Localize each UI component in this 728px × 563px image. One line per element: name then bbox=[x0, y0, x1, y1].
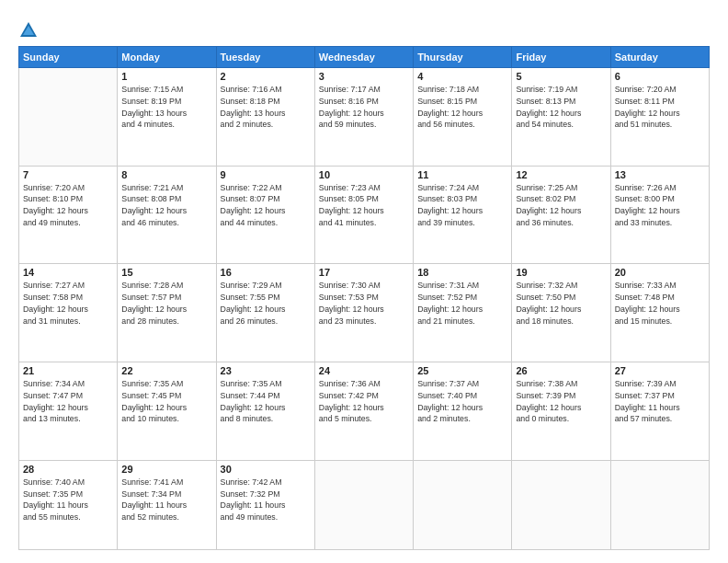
calendar-cell: 4Sunrise: 7:18 AM Sunset: 8:15 PM Daylig… bbox=[414, 68, 512, 167]
day-info: Sunrise: 7:15 AM Sunset: 8:19 PM Dayligh… bbox=[121, 84, 211, 131]
day-info: Sunrise: 7:20 AM Sunset: 8:11 PM Dayligh… bbox=[615, 84, 705, 131]
calendar-cell: 6Sunrise: 7:20 AM Sunset: 8:11 PM Daylig… bbox=[610, 68, 709, 167]
calendar-cell: 28Sunrise: 7:40 AM Sunset: 7:35 PM Dayli… bbox=[19, 460, 118, 549]
week-row-1: 1Sunrise: 7:15 AM Sunset: 8:19 PM Daylig… bbox=[19, 68, 710, 167]
logo bbox=[18, 20, 42, 40]
day-number: 18 bbox=[417, 267, 507, 278]
day-info: Sunrise: 7:34 AM Sunset: 7:47 PM Dayligh… bbox=[23, 378, 113, 425]
day-number: 23 bbox=[221, 365, 311, 376]
calendar-cell: 16Sunrise: 7:29 AM Sunset: 7:55 PM Dayli… bbox=[216, 264, 314, 362]
day-info: Sunrise: 7:42 AM Sunset: 7:32 PM Dayligh… bbox=[221, 477, 311, 523]
day-number: 11 bbox=[417, 169, 507, 180]
day-info: Sunrise: 7:37 AM Sunset: 7:40 PM Dayligh… bbox=[417, 378, 507, 425]
day-info: Sunrise: 7:36 AM Sunset: 7:42 PM Dayligh… bbox=[319, 378, 409, 425]
day-info: Sunrise: 7:27 AM Sunset: 7:58 PM Dayligh… bbox=[23, 280, 113, 327]
day-number: 25 bbox=[417, 365, 507, 376]
day-info: Sunrise: 7:41 AM Sunset: 7:34 PM Dayligh… bbox=[121, 477, 211, 523]
day-info: Sunrise: 7:38 AM Sunset: 7:39 PM Dayligh… bbox=[516, 378, 606, 425]
day-info: Sunrise: 7:25 AM Sunset: 8:02 PM Dayligh… bbox=[516, 182, 606, 229]
header bbox=[18, 17, 710, 40]
calendar-cell: 18Sunrise: 7:31 AM Sunset: 7:52 PM Dayli… bbox=[414, 264, 512, 362]
day-number: 4 bbox=[417, 71, 507, 82]
day-info: Sunrise: 7:17 AM Sunset: 8:16 PM Dayligh… bbox=[319, 84, 409, 131]
weekday-header-sunday: Sunday bbox=[19, 47, 118, 68]
week-row-5: 28Sunrise: 7:40 AM Sunset: 7:35 PM Dayli… bbox=[19, 460, 710, 549]
calendar-cell: 8Sunrise: 7:21 AM Sunset: 8:08 PM Daylig… bbox=[118, 166, 216, 264]
calendar-table: SundayMondayTuesdayWednesdayThursdayFrid… bbox=[18, 46, 710, 550]
day-number: 26 bbox=[516, 365, 606, 376]
calendar-cell: 13Sunrise: 7:26 AM Sunset: 8:00 PM Dayli… bbox=[610, 166, 709, 264]
calendar-cell: 26Sunrise: 7:38 AM Sunset: 7:39 PM Dayli… bbox=[512, 362, 610, 461]
day-info: Sunrise: 7:20 AM Sunset: 8:10 PM Dayligh… bbox=[23, 182, 113, 229]
day-info: Sunrise: 7:31 AM Sunset: 7:52 PM Dayligh… bbox=[417, 280, 507, 327]
day-info: Sunrise: 7:35 AM Sunset: 7:45 PM Dayligh… bbox=[121, 378, 211, 425]
week-row-2: 7Sunrise: 7:20 AM Sunset: 8:10 PM Daylig… bbox=[19, 166, 710, 264]
day-number: 13 bbox=[615, 169, 705, 180]
day-info: Sunrise: 7:16 AM Sunset: 8:18 PM Dayligh… bbox=[221, 84, 311, 131]
weekday-header-wednesday: Wednesday bbox=[314, 47, 413, 68]
day-number: 8 bbox=[121, 169, 211, 180]
calendar-cell: 19Sunrise: 7:32 AM Sunset: 7:50 PM Dayli… bbox=[512, 264, 610, 362]
calendar-cell bbox=[19, 68, 118, 167]
day-number: 27 bbox=[615, 365, 705, 376]
weekday-header-saturday: Saturday bbox=[610, 47, 709, 68]
page: SundayMondayTuesdayWednesdayThursdayFrid… bbox=[0, 0, 728, 563]
calendar-cell: 9Sunrise: 7:22 AM Sunset: 8:07 PM Daylig… bbox=[216, 166, 314, 264]
day-info: Sunrise: 7:19 AM Sunset: 8:13 PM Dayligh… bbox=[516, 84, 606, 131]
day-number: 21 bbox=[23, 365, 113, 376]
day-info: Sunrise: 7:24 AM Sunset: 8:03 PM Dayligh… bbox=[417, 182, 507, 229]
day-info: Sunrise: 7:26 AM Sunset: 8:00 PM Dayligh… bbox=[615, 182, 705, 229]
day-number: 12 bbox=[516, 169, 606, 180]
day-number: 20 bbox=[615, 267, 705, 278]
day-number: 22 bbox=[121, 365, 211, 376]
weekday-header-row: SundayMondayTuesdayWednesdayThursdayFrid… bbox=[19, 47, 710, 68]
day-number: 30 bbox=[221, 464, 311, 475]
day-number: 3 bbox=[319, 71, 409, 82]
calendar-cell: 15Sunrise: 7:28 AM Sunset: 7:57 PM Dayli… bbox=[118, 264, 216, 362]
calendar-cell: 25Sunrise: 7:37 AM Sunset: 7:40 PM Dayli… bbox=[414, 362, 512, 461]
day-number: 28 bbox=[23, 464, 113, 475]
calendar-cell: 17Sunrise: 7:30 AM Sunset: 7:53 PM Dayli… bbox=[314, 264, 413, 362]
day-number: 1 bbox=[121, 71, 211, 82]
calendar-cell: 10Sunrise: 7:23 AM Sunset: 8:05 PM Dayli… bbox=[314, 166, 413, 264]
day-info: Sunrise: 7:35 AM Sunset: 7:44 PM Dayligh… bbox=[221, 378, 311, 425]
day-number: 19 bbox=[516, 267, 606, 278]
calendar-cell: 14Sunrise: 7:27 AM Sunset: 7:58 PM Dayli… bbox=[19, 264, 118, 362]
weekday-header-thursday: Thursday bbox=[414, 47, 512, 68]
day-info: Sunrise: 7:23 AM Sunset: 8:05 PM Dayligh… bbox=[319, 182, 409, 229]
calendar-cell: 20Sunrise: 7:33 AM Sunset: 7:48 PM Dayli… bbox=[610, 264, 709, 362]
day-number: 5 bbox=[516, 71, 606, 82]
weekday-header-tuesday: Tuesday bbox=[216, 47, 314, 68]
day-number: 6 bbox=[615, 71, 705, 82]
calendar-cell: 21Sunrise: 7:34 AM Sunset: 7:47 PM Dayli… bbox=[19, 362, 118, 461]
day-number: 16 bbox=[221, 267, 311, 278]
calendar-cell: 5Sunrise: 7:19 AM Sunset: 8:13 PM Daylig… bbox=[512, 68, 610, 167]
day-info: Sunrise: 7:21 AM Sunset: 8:08 PM Dayligh… bbox=[121, 182, 211, 229]
day-number: 24 bbox=[319, 365, 409, 376]
calendar-cell: 23Sunrise: 7:35 AM Sunset: 7:44 PM Dayli… bbox=[216, 362, 314, 461]
day-info: Sunrise: 7:18 AM Sunset: 8:15 PM Dayligh… bbox=[417, 84, 507, 131]
calendar-cell: 7Sunrise: 7:20 AM Sunset: 8:10 PM Daylig… bbox=[19, 166, 118, 264]
day-number: 10 bbox=[319, 169, 409, 180]
day-info: Sunrise: 7:33 AM Sunset: 7:48 PM Dayligh… bbox=[615, 280, 705, 327]
calendar-cell: 29Sunrise: 7:41 AM Sunset: 7:34 PM Dayli… bbox=[118, 460, 216, 549]
day-number: 17 bbox=[319, 267, 409, 278]
calendar-cell: 11Sunrise: 7:24 AM Sunset: 8:03 PM Dayli… bbox=[414, 166, 512, 264]
calendar-cell: 12Sunrise: 7:25 AM Sunset: 8:02 PM Dayli… bbox=[512, 166, 610, 264]
calendar-cell bbox=[512, 460, 610, 549]
calendar-cell bbox=[314, 460, 413, 549]
calendar-cell: 30Sunrise: 7:42 AM Sunset: 7:32 PM Dayli… bbox=[216, 460, 314, 549]
day-info: Sunrise: 7:30 AM Sunset: 7:53 PM Dayligh… bbox=[319, 280, 409, 327]
day-info: Sunrise: 7:32 AM Sunset: 7:50 PM Dayligh… bbox=[516, 280, 606, 327]
day-number: 7 bbox=[23, 169, 113, 180]
day-info: Sunrise: 7:39 AM Sunset: 7:37 PM Dayligh… bbox=[615, 378, 705, 425]
logo-icon bbox=[18, 20, 39, 40]
calendar-cell: 24Sunrise: 7:36 AM Sunset: 7:42 PM Dayli… bbox=[314, 362, 413, 461]
day-number: 15 bbox=[121, 267, 211, 278]
calendar-cell: 22Sunrise: 7:35 AM Sunset: 7:45 PM Dayli… bbox=[118, 362, 216, 461]
day-info: Sunrise: 7:28 AM Sunset: 7:57 PM Dayligh… bbox=[121, 280, 211, 327]
calendar-cell: 2Sunrise: 7:16 AM Sunset: 8:18 PM Daylig… bbox=[216, 68, 314, 167]
week-row-4: 21Sunrise: 7:34 AM Sunset: 7:47 PM Dayli… bbox=[19, 362, 710, 461]
day-number: 29 bbox=[121, 464, 211, 475]
calendar-cell bbox=[414, 460, 512, 549]
